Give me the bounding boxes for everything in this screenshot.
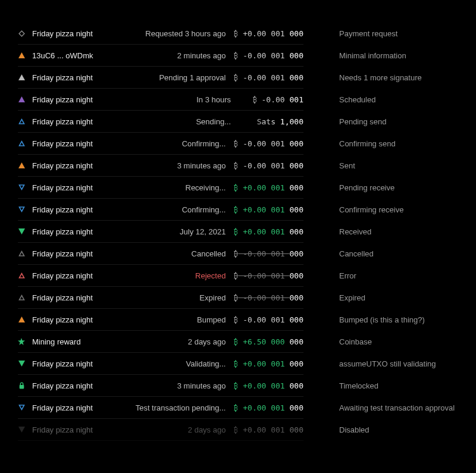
- transaction-title: Friday pizza night: [32, 183, 93, 192]
- triangle-up-icon: [18, 316, 25, 323]
- transaction-row[interactable]: Friday pizza night3 minutes ago₿ +0.00 0…: [18, 375, 303, 397]
- transaction-amount: ₿ -0.00 001 000: [234, 51, 303, 60]
- transaction-status: 3 minutes ago: [177, 161, 234, 170]
- transaction-amount: Sats 1,000: [239, 117, 303, 126]
- transaction-row[interactable]: Mining reward2 days ago₿ +6.50 000 000: [18, 331, 303, 353]
- transaction-amount: ₿ -0.00 001 000: [234, 271, 303, 280]
- state-label: Needs 1 more signature: [339, 67, 464, 89]
- transaction-row[interactable]: Friday pizza night3 minutes ago₿ -0.00 0…: [18, 155, 303, 177]
- transaction-title: Friday pizza night: [32, 117, 93, 126]
- state-label: Pending send: [339, 111, 464, 133]
- transaction-row[interactable]: Friday pizza nightReceiving...₿ +0.00 00…: [18, 177, 303, 199]
- state-label: Coinbase: [339, 331, 464, 353]
- transaction-title: Friday pizza night: [32, 29, 93, 38]
- transaction-title: Friday pizza night: [32, 227, 93, 236]
- transaction-status: 2 days ago: [188, 337, 234, 346]
- star-icon: [18, 338, 25, 345]
- transaction-amount: ₿ -0.00 001: [239, 95, 303, 104]
- state-label: Sent: [339, 155, 464, 177]
- state-label: Awaiting test transaction approval: [339, 397, 464, 419]
- state-label: Received: [339, 221, 464, 243]
- transaction-amount: ₿ +0.00 001 000: [234, 183, 303, 192]
- transaction-status: Rejected: [195, 271, 234, 280]
- transaction-amount: ₿ +0.00 001 000: [234, 381, 303, 390]
- transaction-status: Pending 1 approval: [159, 73, 234, 82]
- state-label: Minimal information: [339, 45, 464, 67]
- transaction-amount: ₿ -0.00 001 000: [234, 139, 303, 148]
- state-label: Confirming send: [339, 133, 464, 155]
- transaction-title: Friday pizza night: [32, 205, 93, 214]
- transaction-row[interactable]: Friday pizza nightBumped₿ -0.00 001 000: [18, 309, 303, 331]
- transaction-status: July 12, 2021: [180, 227, 234, 236]
- transaction-title: Friday pizza night: [32, 359, 93, 368]
- transaction-amount: ₿ +0.00 001 000: [234, 403, 303, 412]
- transaction-row[interactable]: Friday pizza nightExpired₿ -0.00 001 000: [18, 287, 303, 309]
- transaction-title: Friday pizza night: [32, 271, 93, 280]
- triangle-up-icon: [18, 96, 25, 103]
- transaction-status: Confirming...: [182, 205, 234, 214]
- state-label: Scheduled: [339, 89, 464, 111]
- transaction-amount: ₿ -0.00 001 000: [234, 293, 303, 302]
- state-label: assumeUTXO still validating: [339, 353, 464, 375]
- transaction-status: Test transaction pending...: [136, 403, 234, 412]
- triangle-up-outline-icon: [18, 140, 25, 147]
- transaction-status: Confirming...: [182, 139, 234, 148]
- triangle-down-icon: [18, 360, 25, 367]
- transaction-status: Bumped: [197, 315, 234, 324]
- transaction-row[interactable]: Friday pizza nightTest transaction pendi…: [18, 397, 303, 419]
- triangle-down-icon: [18, 426, 25, 433]
- state-label: Bumped (is this a thing?): [339, 309, 464, 331]
- transaction-amount: ₿ -0.00 001 000: [234, 315, 303, 324]
- transaction-amount: ₿ +0.00 001 000: [234, 29, 303, 38]
- transaction-row[interactable]: Friday pizza nightIn 3 hours₿ -0.00 001: [18, 89, 303, 111]
- transaction-amount: ₿ -0.00 001 000: [234, 73, 303, 82]
- transaction-row[interactable]: Friday pizza nightSending...Sats 1,000: [18, 111, 303, 133]
- transaction-amount: ₿ -0.00 001 000: [234, 161, 303, 170]
- transaction-row[interactable]: Friday pizza nightConfirming...₿ -0.00 0…: [18, 133, 303, 155]
- state-label: Pending receive: [339, 177, 464, 199]
- transaction-amount: ₿ +0.00 001 000: [234, 425, 303, 434]
- transaction-row[interactable]: Friday pizza nightValidating...₿ +0.00 0…: [18, 353, 303, 375]
- transaction-row[interactable]: Friday pizza night2 days ago₿ +0.00 001 …: [18, 419, 303, 441]
- transaction-status: Receiving...: [186, 183, 234, 192]
- diamond-outline-icon: [18, 30, 25, 37]
- transaction-status: 2 minutes ago: [177, 51, 234, 60]
- transaction-status: Expired: [199, 293, 234, 302]
- transaction-amount: ₿ +6.50 000 000: [234, 337, 303, 346]
- transaction-status: 3 minutes ago: [177, 381, 234, 390]
- transaction-row[interactable]: Friday pizza nightRequested 3 hours ago₿…: [18, 23, 303, 45]
- transaction-list: Friday pizza nightRequested 3 hours ago₿…: [18, 23, 303, 441]
- triangle-up-outline-icon: [18, 118, 25, 125]
- transaction-title: Friday pizza night: [32, 139, 93, 148]
- triangle-up-icon: [18, 74, 25, 81]
- transaction-row[interactable]: Friday pizza nightCancelled₿ -0.00 001 0…: [18, 243, 303, 265]
- transaction-status: Sending...: [196, 117, 239, 126]
- state-label: Confirming receive: [339, 199, 464, 221]
- transaction-row[interactable]: Friday pizza nightRejected₿ -0.00 001 00…: [18, 265, 303, 287]
- state-label: Cancelled: [339, 243, 464, 265]
- triangle-up-icon: [18, 162, 25, 169]
- transaction-amount: ₿ +0.00 001 000: [234, 359, 303, 368]
- transaction-amount: ₿ -0.00 001 000: [234, 249, 303, 258]
- state-label: Expired: [339, 287, 464, 309]
- transaction-row[interactable]: Friday pizza nightJuly 12, 2021₿ +0.00 0…: [18, 221, 303, 243]
- transaction-status: In 3 hours: [196, 95, 239, 104]
- transaction-row[interactable]: Friday pizza nightPending 1 approval₿ -0…: [18, 67, 303, 89]
- transaction-title: Friday pizza night: [32, 161, 93, 170]
- triangle-up-outline-icon: [18, 294, 25, 301]
- lock-icon: [18, 382, 25, 389]
- transaction-row[interactable]: 13uC6 ... oWDmk2 minutes ago₿ -0.00 001 …: [18, 45, 303, 67]
- state-label: Timelocked: [339, 375, 464, 397]
- state-label: Error: [339, 265, 464, 287]
- transaction-title: Friday pizza night: [32, 73, 93, 82]
- transaction-status: 2 days ago: [188, 425, 234, 434]
- triangle-down-outline-icon: [18, 206, 25, 213]
- transaction-status: Validating...: [186, 359, 234, 368]
- state-label: Payment request: [339, 23, 464, 45]
- transaction-row[interactable]: Friday pizza nightConfirming...₿ +0.00 0…: [18, 199, 303, 221]
- transaction-status: Cancelled: [192, 249, 234, 258]
- transaction-title: Friday pizza night: [32, 249, 93, 258]
- state-label-list: Payment requestMinimal informationNeeds …: [303, 23, 464, 441]
- triangle-up-icon: [18, 52, 25, 59]
- transaction-amount: ₿ +0.00 001 000: [234, 205, 303, 214]
